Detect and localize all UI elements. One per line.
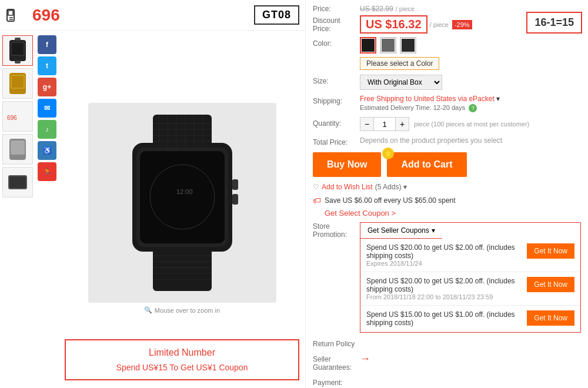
discount-price: US $16.32 [366,18,422,31]
wishlist-link[interactable]: Add to Wish List [322,183,373,191]
color-row: Color: Please select a Color [313,37,581,70]
accessibility-icon[interactable]: ♿ [38,141,56,160]
svg-rect-21 [153,249,212,291]
add-to-cart-button[interactable]: ⭐ Add to Cart [387,152,466,177]
buy-now-button[interactable]: Buy Now [313,152,381,177]
store-section: Get Seller Coupons ▾ Spend US $20.00 to … [360,222,581,333]
discount-box: US $16.32 [360,15,427,34]
svg-rect-14 [11,141,25,155]
store-promo-row: Store Promotion: Get Seller Coupons ▾ Sp… [313,222,581,333]
color-label: Color: [313,37,360,48]
coupon-1-title: Spend US $20.00 to get US $2.00 off. (in… [366,243,521,260]
coupon-item-3: Spend US $15.00 to get US $1.00 off. (in… [360,306,580,332]
svg-rect-11 [12,76,24,88]
wishlist-adds: (5 Adds) [375,183,402,191]
total-price-row: Total Price: Depends on the product prop… [313,136,581,146]
info-icon: ? [469,104,477,112]
color-swatch-1[interactable] [360,37,376,53]
return-policy-row: Return Policy [313,337,581,348]
discount-label: Discount Price: [313,16,360,33]
right-panel: 16-1=15 Price: US $22.99 / piece Discoun… [306,0,588,388]
payment-row: Payment: [313,376,581,387]
get-it-now-button-2[interactable]: Get It Now [527,277,574,292]
thumb-3[interactable]: 696 [2,101,33,132]
quantity-row: Quantity: − + piece (100 pieces at most … [313,117,581,131]
main-product-image: 12:00 [88,103,276,303]
thumb-4[interactable] [2,134,33,165]
message-icon[interactable]: ✉ [38,99,56,118]
shipping-row: Shipping: Free Shipping to United States… [313,95,581,112]
thumb-2[interactable] [2,68,33,99]
get-it-now-button-1[interactable]: Get It Now [527,243,574,259]
run-icon[interactable]: 🏃 [38,162,56,181]
coupon-info-text: Save US $6.00 off every US $65.00 spent [325,196,456,205]
select-color-button[interactable]: Please select a Color [360,57,439,70]
brand-logo: 696 [32,6,60,25]
svg-rect-1 [8,11,13,15]
coupon-3-title: Spend US $15.00 to get US $1.00 off. (in… [366,310,521,327]
svg-rect-7 [15,38,21,41]
quantity-content: − + piece (100 pieces at most per custom… [360,117,581,131]
svg-text:696: 696 [7,115,17,121]
svg-rect-22 [232,179,238,190]
add-to-cart-label: Add to Cart [401,159,452,169]
logo-icon [6,5,26,25]
google-plus-icon[interactable]: g+ [38,78,56,96]
get-seller-coupons-tab[interactable]: Get Seller Coupons ▾ [360,223,442,239]
main-image-area: 12:00 [59,31,305,386]
quantity-decrease-button[interactable]: − [360,117,374,131]
math-annotation: 16-1=15 [526,12,582,34]
coupon-2-sub: From 2018/11/18 22:00 to 2018/11/23 23:5… [366,293,521,300]
quantity-label: Quantity: [313,117,360,128]
promo-description: Spend US¥15 To Get US¥1 Coupon [73,363,291,372]
shipping-link[interactable]: Free Shipping to United States via ePack… [360,95,495,103]
svg-text:12:00: 12:00 [176,188,193,195]
quantity-increase-button[interactable]: + [395,117,409,131]
quantity-input[interactable] [374,117,395,131]
coupon-2-title: Spend US $20.00 to get US $2.00 off. (in… [366,277,521,293]
coupon-1-sub: Expires 2018/11/24 [366,260,521,267]
delivery-text: Estimated Delivery Time: 12-20 days ? [360,104,581,112]
store-header: Get Seller Coupons ▾ [360,223,580,239]
music-icon[interactable]: ♪ [38,120,56,139]
thumb-1[interactable] [2,35,33,66]
return-policy-label: Return Policy [313,337,360,348]
store-promo-label: Store Promotion: [313,222,360,239]
thumbnail-list: 696 [0,31,35,386]
svg-rect-6 [12,43,24,55]
size-content: With Original Box [360,75,581,90]
size-select[interactable]: With Original Box [360,75,442,90]
tab-dropdown-icon: ▾ [432,226,435,235]
product-tag: GT08 [254,5,299,25]
coupon-item-2: Spend US $20.00 to get US $2.00 off. (in… [360,272,580,306]
promo-box: Limited Number Spend US¥15 To Get US¥1 C… [65,339,299,380]
facebook-icon[interactable]: f [38,35,56,54]
price-per: / piece [396,5,415,12]
shipping-text: Free Shipping to United States via ePack… [360,95,581,103]
color-swatch-2[interactable] [380,37,396,53]
svg-rect-16 [9,176,26,188]
size-row: Size: With Original Box [313,75,581,90]
coupon-icon: 🏷 [313,196,321,205]
coupon-link[interactable]: Get Select Coupon > [325,209,396,218]
thumb-5[interactable] [2,167,33,198]
zoom-hint: 🔍 Mouse over to zoom in [144,306,220,314]
original-price: US $22.99 [360,5,393,13]
color-swatch-3[interactable] [400,37,416,53]
get-it-now-button-3[interactable]: Get It Now [527,310,574,326]
social-icon-list: f t g+ ✉ ♪ ♿ 🏃 [35,31,59,386]
promo-title: Limited Number [73,347,291,358]
price-label: Price: [313,5,360,13]
quantity-control: − + [360,117,409,131]
total-label: Total Price: [313,136,360,146]
wishlist-row: ♡ Add to Wish List (5 Adds) ▾ [313,183,581,191]
arrow-right-icon: → [360,353,370,364]
shipping-label: Shipping: [313,95,360,105]
heart-icon: ♡ [313,183,319,191]
quantity-note: piece (100 pieces at most per customer) [414,121,529,128]
coupon-info: 🏷 Save US $6.00 off every US $65.00 spen… [313,196,581,205]
size-label: Size: [313,75,360,85]
action-buttons: Buy Now ⭐ Add to Cart [313,152,581,177]
twitter-icon[interactable]: t [38,56,56,75]
discount-per: / piece [430,21,449,28]
